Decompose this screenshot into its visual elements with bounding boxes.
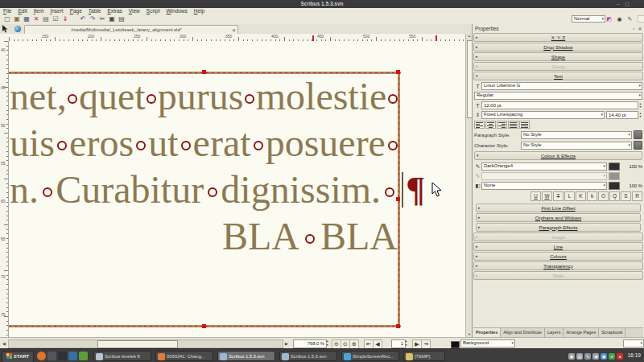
cut-icon[interactable]: ✂ <box>98 15 106 23</box>
align-force-justify-button[interactable] <box>519 121 530 129</box>
tray-network-icon[interactable]: ◉ <box>568 353 575 360</box>
menu-table[interactable]: Table <box>85 8 105 14</box>
minimize-button[interactable]: – <box>615 1 621 7</box>
menu-item[interactable]: Item <box>31 8 47 14</box>
menu-script[interactable]: Script <box>143 8 163 14</box>
align-center-button[interactable] <box>485 121 496 129</box>
vertical-ruler[interactable]: 4045505560657075 <box>0 41 9 337</box>
close-document-icon[interactable]: ✕ <box>32 15 40 23</box>
layer-select[interactable]: Background <box>460 339 515 348</box>
clear-paragraph-style-icon[interactable] <box>634 130 642 139</box>
menu-file[interactable]: File <box>0 8 15 14</box>
menu-edit[interactable]: Edit <box>15 8 31 14</box>
page-canvas[interactable]: net,quetpurusmolestieuiserosuteratposuer… <box>9 41 465 337</box>
shadow-button[interactable]: S <box>621 191 631 201</box>
edit-in-preview-icon[interactable]: ✎ <box>626 15 634 23</box>
section-drop-shadow[interactable]: ▸Drop Shadow <box>473 43 643 51</box>
menu-view[interactable]: View <box>126 8 143 14</box>
stroke-color-select[interactable]: DarkOrange4 <box>481 162 607 171</box>
launcher-editor-icon[interactable] <box>58 352 67 360</box>
redo-icon[interactable]: ↷ <box>89 15 97 23</box>
subscript-button[interactable]: Q <box>609 191 620 201</box>
align-left-button[interactable] <box>474 121 485 129</box>
clear-character-style-icon[interactable] <box>634 141 642 150</box>
rtl-button[interactable]: R <box>632 191 642 201</box>
fill-color-select[interactable]: None <box>481 182 607 190</box>
new-document-icon[interactable]: ▢ <box>3 15 11 23</box>
menu-extras[interactable]: Extras <box>104 8 125 14</box>
preview-settings-select[interactable] <box>623 339 644 348</box>
section-orphans-and-widows[interactable]: ▸Orphans and Widows <box>476 213 641 222</box>
export-pdf-icon[interactable]: ⇓ <box>61 15 69 23</box>
undo-icon[interactable]: ↶ <box>79 15 87 23</box>
linespacing-spinbox[interactable]: 14.40 pt <box>606 111 638 119</box>
all-caps-button[interactable]: K <box>576 191 586 201</box>
align-right-button[interactable] <box>497 121 507 129</box>
horizontal-scrollbar[interactable] <box>8 339 283 348</box>
tray-clipboard-icon[interactable]: ▤ <box>576 353 583 360</box>
align-justify-button[interactable] <box>508 121 518 129</box>
task-button[interactable]: [TEMP] <box>403 351 445 361</box>
save-document-icon[interactable]: ▦ <box>23 15 31 23</box>
tab-close-icon[interactable]: ✕ <box>232 27 236 33</box>
linespacing-mode-select[interactable]: Fixed Linespacing <box>481 111 605 119</box>
menu-insert[interactable]: Insert <box>47 8 66 14</box>
character-style-select[interactable]: No Style <box>521 142 632 150</box>
panel-tab-properties[interactable]: Properties <box>473 328 501 337</box>
small-caps-button[interactable]: k <box>587 191 597 201</box>
menu-page[interactable]: Page <box>67 8 85 14</box>
select-tool-icon[interactable] <box>2 25 9 33</box>
preview-mode-icon[interactable]: ◉ <box>616 15 623 23</box>
frame-handle-bottom-right[interactable] <box>396 324 400 328</box>
menu-help[interactable]: Help <box>191 8 208 14</box>
task-button[interactable]: 0093241: Chang... <box>155 351 213 361</box>
page-spin-arrows[interactable]: ▲▼ <box>404 339 408 348</box>
stroke-shade-value[interactable]: 100 % <box>621 164 642 169</box>
strikethrough-button[interactable]: T <box>553 191 564 201</box>
tray-screenshot-icon[interactable]: ▣ <box>601 353 607 360</box>
font-family-select[interactable]: Linux Libertine G <box>481 82 642 90</box>
vision-mode-select[interactable]: Normal <box>572 15 605 23</box>
section-text[interactable]: ▾Text <box>473 72 643 80</box>
launcher-browser-icon[interactable] <box>37 352 46 360</box>
underline-button[interactable]: U <box>530 191 541 201</box>
section-transparency[interactable]: ▸Transparency <box>473 261 643 270</box>
fill-shade-swatch[interactable] <box>609 182 620 190</box>
open-document-icon[interactable]: ▣ <box>13 15 21 23</box>
stroke-shade-swatch[interactable] <box>609 162 620 171</box>
task-button[interactable]: Scribus 1.5.3.svn <box>279 351 337 361</box>
color-management-icon[interactable]: ◩ <box>605 15 613 23</box>
panel-close-icon[interactable]: ✕ <box>637 26 643 31</box>
paragraph-style-select[interactable]: No Style <box>521 131 632 139</box>
scroll-right-icon[interactable]: ▶ <box>283 340 290 347</box>
tray-messages-icon[interactable]: ● <box>617 353 623 360</box>
horizontal-scroll-thumb[interactable] <box>97 340 178 348</box>
section-paragraph-effects[interactable]: ▸Paragraph Effects <box>476 223 641 232</box>
panel-tab-scrapbook[interactable]: Scrapbook <box>599 328 625 337</box>
task-button[interactable]: Scribus 1.5.3.svn <box>217 351 275 361</box>
panel-tab-align-and-distribute[interactable]: Align and Distribute <box>501 328 545 337</box>
linespacing-spin-arrows[interactable]: ▲▼ <box>638 112 642 119</box>
section-x-y-z[interactable]: ▸X, Y, Z <box>473 33 643 42</box>
section-colours[interactable]: ▸Colours <box>473 252 643 261</box>
word-underline-button[interactable]: W <box>542 191 552 201</box>
zoom-level-spinbox[interactable]: 768.0 % <box>293 339 327 348</box>
tray-notes-icon[interactable]: ✎ <box>584 353 591 360</box>
paste-icon[interactable]: ▤ <box>118 15 126 23</box>
font-size-spin-arrows[interactable]: ▲▼ <box>638 102 642 109</box>
section-first-line-offset[interactable]: ▸First Line Offset <box>476 204 641 212</box>
maximize-button[interactable]: ▢ <box>624 1 630 7</box>
tray-security-icon[interactable]: ✔ <box>609 353 615 360</box>
preflight-verifier-icon[interactable]: ☑ <box>52 15 60 23</box>
outline-button[interactable]: L <box>564 191 575 201</box>
menu-windows[interactable]: Windows <box>163 8 190 14</box>
fill-shade-value[interactable]: 100 % <box>621 183 642 188</box>
panel-tab-layers[interactable]: Layers <box>545 328 564 337</box>
task-button[interactable]: Scribus levelek 8 <box>93 351 151 361</box>
start-button[interactable]: START <box>2 351 34 362</box>
panel-tab-arrange-pages[interactable]: Arrange Pages <box>564 328 599 337</box>
scroll-left-icon[interactable]: ◀ <box>1 340 7 347</box>
font-size-spinbox[interactable]: 12.00 pt <box>481 101 638 109</box>
section-shape[interactable]: ▸Shape <box>473 52 643 61</box>
section-colour-effects[interactable]: ▾ Colour & Effects <box>474 151 642 160</box>
